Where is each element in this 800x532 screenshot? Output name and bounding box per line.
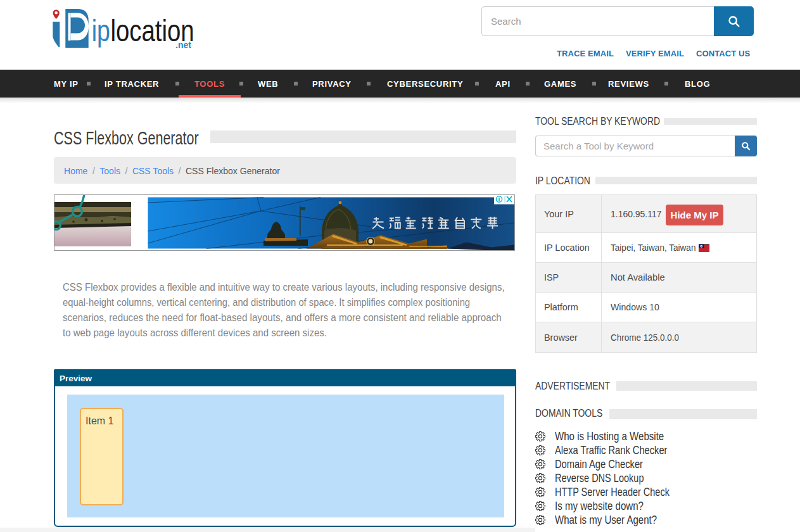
svg-text:ip: ip <box>92 14 110 48</box>
svg-text:.net: .net <box>175 40 191 50</box>
